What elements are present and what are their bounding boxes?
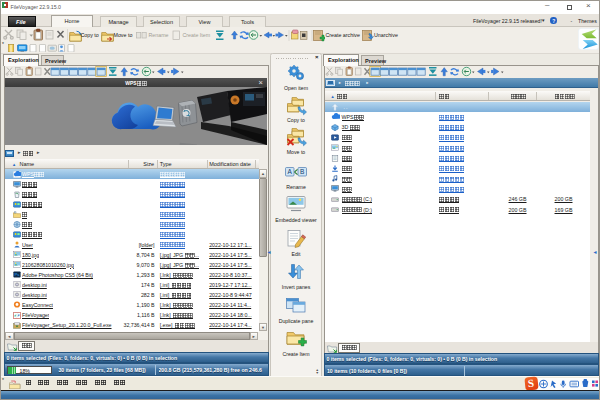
svg-text:Ps: Ps	[14, 272, 19, 277]
svg-text:B: B	[300, 168, 304, 175]
svg-text:A: A	[288, 168, 293, 175]
